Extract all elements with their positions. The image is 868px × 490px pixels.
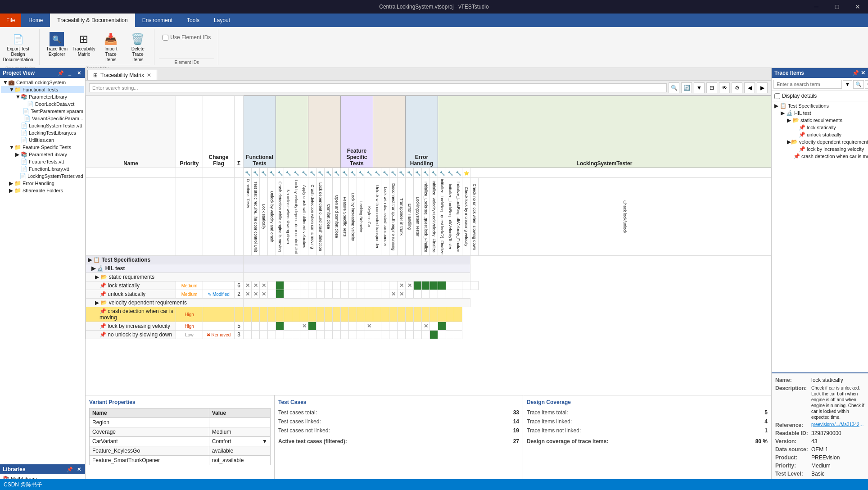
trace-search-icon-btn[interactable]: 🔍 <box>853 80 864 89</box>
table-row[interactable]: 📌 lock by increasing velocity High 5 <box>86 322 771 331</box>
filter-2-button[interactable]: ⊟ <box>706 82 717 93</box>
trace-tree-item[interactable]: 📌unlock statically <box>773 131 867 138</box>
tab-tools[interactable]: Tools <box>180 14 207 27</box>
cell <box>430 281 438 290</box>
project-tree-item[interactable]: 📄DoorLockData.vct <box>1 100 84 108</box>
col-apply-crash: Apply crash with different velocities <box>300 178 308 256</box>
cell <box>252 331 260 339</box>
trace-panel-pin[interactable]: 📌 <box>852 70 859 76</box>
col-icon-3: 🔧 <box>260 168 268 178</box>
trace-item-explorer-button[interactable]: 🔍 Trace Item Explorer <box>44 31 69 59</box>
next-button[interactable]: ▶ <box>757 82 768 93</box>
cell <box>438 290 446 299</box>
project-tree-item[interactable]: 📄LockingSystemTester.vsd <box>1 172 84 180</box>
project-tree-item[interactable]: 📄VariantSpecificParam... <box>1 115 84 122</box>
lock-statically-name: 📌 lock statically <box>99 282 140 289</box>
project-view-collapse[interactable]: _ <box>66 70 73 76</box>
tab-traceability-documentation[interactable]: Traceability & Documentation <box>50 14 135 27</box>
table-row[interactable]: ▶ 📋 Test Specifications <box>86 256 771 264</box>
matrix-search-input[interactable] <box>89 83 667 92</box>
tab-file[interactable]: File <box>0 14 21 27</box>
table-row[interactable]: 📌 unlock statically Medium ✎ Modified 2 … <box>86 290 771 299</box>
col-icon-12: 🔧 <box>333 168 341 178</box>
use-element-ids-checkbox[interactable] <box>163 35 168 41</box>
delete-trace-items-button[interactable]: 🗑️ Delete Trace Items <box>125 31 150 64</box>
cell <box>422 290 430 299</box>
cell: ✕ <box>422 322 430 331</box>
project-tree-item[interactable]: ▼📚ParameterLibrary <box>1 93 84 100</box>
table-row[interactable]: ▶ 🔬 HIL test <box>86 264 771 273</box>
search-button[interactable]: 🔍 <box>669 82 679 93</box>
tree-icon: 📄 <box>24 115 31 122</box>
stat-label: Test cases not linked: <box>278 427 330 434</box>
table-row[interactable]: 📌 crash detection when car is moving Hig… <box>86 307 771 322</box>
project-tree-item[interactable]: 📄TestParameters.vparam <box>1 108 84 115</box>
trace-tree-item[interactable]: ▶📂velocity dependent requirements <box>773 138 867 145</box>
trace-tree-item[interactable]: 📌lock statically <box>773 124 867 131</box>
col-functional-tests: Functional Tests <box>244 178 252 256</box>
trace-tree-item[interactable]: 📌lock by increasing velocity <box>773 145 867 153</box>
trace-tree-item[interactable]: 📌crash detection when car is moving <box>773 153 867 160</box>
settings-button[interactable]: ⚙ <box>732 82 742 93</box>
export-test-design-button[interactable]: 📄 Export Test DesignDocumentation <box>5 31 31 64</box>
project-tree-item[interactable]: ▼📁Functional Tests <box>1 86 84 93</box>
trace-search-input[interactable] <box>773 80 842 89</box>
view-button[interactable]: 👁 <box>719 82 730 93</box>
project-tree-item[interactable]: 📄FeatureTests.vtt <box>1 158 84 165</box>
libraries-pin[interactable]: 📌 <box>66 467 73 472</box>
test-cases-stat-row: Active test cases (filtered):27 <box>278 437 519 446</box>
filter-button[interactable]: ▼ <box>694 82 705 93</box>
trace-tree-item[interactable]: ▶🔬HIL test <box>773 109 867 117</box>
project-tree-item[interactable]: 📄Utilities.can <box>1 136 84 144</box>
project-tree-item[interactable]: ▶📚ParameterLibrary <box>1 151 84 158</box>
table-row[interactable]: 📌 no unlock by slowing down Low ✖ Remove… <box>86 331 771 339</box>
project-tree-item[interactable]: ▶📁Error Handling <box>1 180 84 187</box>
traceability-matrix-tab[interactable]: ⊞ Traceability Matrix ✕ <box>87 70 157 80</box>
project-tree-item[interactable]: ▶📁Shareable Folders <box>1 187 84 194</box>
trace-settings-btn[interactable]: ⚙ <box>865 80 868 89</box>
tab-layout[interactable]: Layout <box>207 14 237 27</box>
design-coverage-stats: Trace items total:5Trace items linked:4T… <box>527 408 768 446</box>
prop-readable-id-row: Readable ID: 3298790000 <box>775 429 864 437</box>
cell <box>406 331 414 339</box>
prop-reference-value[interactable]: preevision://.../Ma31342c143ae... <box>811 422 864 428</box>
trace-tree-item[interactable]: ▶📋Test Specifications <box>773 102 867 109</box>
project-tree-item[interactable]: 📄LockingTestLibrary.cs <box>1 129 84 136</box>
trace-tree-item[interactable]: ▶📂static requirements <box>773 117 867 124</box>
prop-readable-id-value: 3298790000 <box>811 430 864 436</box>
table-row[interactable]: 📌 lock statically Medium 6 ✕ ✕ ✕ <box>86 281 771 290</box>
tab-close-button[interactable]: ✕ <box>147 72 151 78</box>
prop-readable-id-label: Readable ID: <box>775 430 811 436</box>
cell <box>316 331 325 339</box>
project-tree-item[interactable]: 📄FunctionLibrary.vtt <box>1 165 84 172</box>
project-view-close[interactable]: ✕ <box>75 70 82 76</box>
ft-sub2-group-header <box>308 96 341 168</box>
trace-search-dropdown[interactable]: ▼ <box>843 80 852 88</box>
prev-button[interactable]: ◀ <box>744 82 755 93</box>
table-row[interactable]: ▶ 📂 velocity dependent requirements <box>86 299 771 307</box>
tree-label: LockingSystemTester.vsd <box>27 173 83 179</box>
libraries-close[interactable]: ✕ <box>75 467 82 472</box>
cell <box>308 281 316 290</box>
tab-home[interactable]: Home <box>21 14 50 27</box>
project-tree-item[interactable]: ▼💼CentralLockingSystem <box>1 79 84 86</box>
import-trace-items-button[interactable]: 📥 Import Trace Items <box>98 31 123 64</box>
cell <box>389 281 398 290</box>
minimize-button[interactable]: ─ <box>806 0 827 14</box>
cell <box>357 322 365 331</box>
project-tree-item[interactable]: 📄LockingSystemTester.vtt <box>1 122 84 129</box>
maximize-button[interactable]: □ <box>827 0 847 14</box>
tab-environment[interactable]: Environment <box>135 14 180 27</box>
dropdown-icon[interactable]: ▼ <box>262 438 267 445</box>
display-details-checkbox[interactable] <box>774 93 780 99</box>
col-open-comfort-close: Open and comfort close <box>333 178 341 256</box>
project-tree-item[interactable]: ▼📁Feature Specific Tests <box>1 144 84 151</box>
project-view-pin[interactable]: 📌 <box>57 70 64 76</box>
table-row[interactable]: ▶ 📂 static requirements <box>86 273 771 281</box>
trace-panel-close[interactable]: ✕ <box>861 70 865 76</box>
col-feature-specific: Feature Specific Tests <box>341 178 349 256</box>
traceability-matrix-button[interactable]: ⊞ TraceabilityMatrix <box>71 31 96 59</box>
refresh-button[interactable]: 🔄 <box>681 82 692 93</box>
close-button[interactable]: ✕ <box>847 0 868 14</box>
trace-panel-controls: 📌 ✕ <box>852 70 865 76</box>
